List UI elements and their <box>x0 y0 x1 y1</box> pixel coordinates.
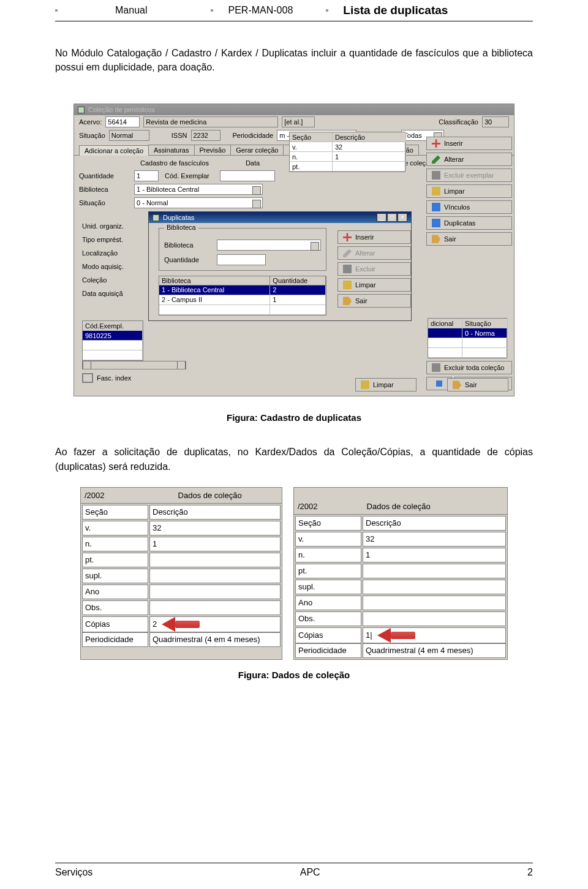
p2-secao: Periodicidade <box>295 643 361 658</box>
dtd-biblioteca[interactable]: 2 - Campus II <box>159 295 270 305</box>
edit-icon <box>343 249 352 257</box>
screenshot-dados-colecao: /2002 Dados de coleção SeçãoDescrição v.… <box>55 487 533 660</box>
p1-secao: Obs. <box>82 600 148 615</box>
maximize-button[interactable]: □ <box>387 213 397 222</box>
dtd-quantidade[interactable]: 1 <box>270 295 326 305</box>
dlg-inserir-button[interactable]: Inserir <box>337 230 411 244</box>
situacao-value: Normal <box>109 130 149 141</box>
dlg-excluir-button[interactable]: Excluir <box>337 262 411 276</box>
table-row: n.1 <box>81 536 281 552</box>
cod-exemplar-input[interactable] <box>220 170 275 181</box>
footer-limpar-button[interactable]: Limpar <box>355 378 417 392</box>
th-situacao: Situação <box>462 319 508 328</box>
table-row: supl. <box>81 568 281 584</box>
minimize-button[interactable]: _ <box>377 213 386 222</box>
panel-before: /2002 Dados de coleção SeçãoDescrição v.… <box>80 487 282 660</box>
plus-icon <box>343 233 352 241</box>
dlg-biblioteca-label: Biblioteca <box>164 241 213 249</box>
table-row: v.32 <box>295 531 507 547</box>
table-row: Obs. <box>81 600 281 616</box>
p2-desc: 1 <box>363 548 506 562</box>
dlg-limpar-button[interactable]: Limpar <box>337 278 411 292</box>
td-descricao: 1 <box>333 152 406 162</box>
p2-desc <box>363 611 506 626</box>
etal-display: [et al.] <box>282 116 315 127</box>
table-row: PeriodicidadeQuadrimestral (4 em 4 meses… <box>295 643 507 659</box>
p1-h-descricao: Descrição <box>149 505 281 520</box>
classificacao-value: 30 <box>482 116 509 127</box>
plus-icon <box>432 139 440 148</box>
situacao2-select[interactable]: 0 - Normal <box>134 197 263 208</box>
bullet-icon <box>326 9 328 12</box>
biblioteca-select[interactable]: 1 - Biblioteca Central <box>134 184 263 195</box>
td-empty <box>462 348 508 358</box>
table-row: pt. <box>81 552 281 568</box>
exit-icon <box>343 297 352 305</box>
p1-desc <box>149 569 281 583</box>
exit-icon <box>453 380 461 389</box>
app-icon <box>78 107 85 113</box>
tab-assinaturas[interactable]: Assinaturas <box>148 145 194 155</box>
tab-adicionar-colecao[interactable]: Adicionar a coleção <box>79 145 149 156</box>
issn-label: ISSN <box>172 132 187 139</box>
acervo-input[interactable]: 56414 <box>105 116 140 127</box>
panel2-year: /2002 <box>298 502 318 511</box>
limpar-button[interactable]: Limpar <box>426 184 512 198</box>
p1-secao: pt. <box>82 553 148 567</box>
excluir-exemplar-button[interactable]: Excluir exemplar <box>426 168 512 182</box>
th-secao: Seção <box>290 132 333 142</box>
inserir-button[interactable]: Inserir <box>426 137 512 150</box>
bullet-icon <box>211 9 213 12</box>
p1-h-secao: Seção <box>82 505 148 520</box>
p2-desc <box>363 580 506 594</box>
p2-secao: Obs. <box>295 611 361 626</box>
dth-quantidade: Quantidade <box>270 276 326 286</box>
tab-previsao[interactable]: Previsão <box>194 145 232 155</box>
checkbox-icon <box>82 373 93 383</box>
dlg-sair-button[interactable]: Sair <box>337 294 411 308</box>
td-situacao: 0 - Norma <box>462 328 508 338</box>
dtd-empty <box>159 305 270 315</box>
groupbox-title: Biblioteca <box>164 224 198 231</box>
fasc-index-checkbox[interactable]: Fasc. index <box>82 373 131 383</box>
quantidade-input[interactable]: 1 <box>134 170 159 181</box>
duplicate-icon <box>432 219 440 227</box>
dialog-icon <box>153 214 159 221</box>
td-cod-exemplar[interactable]: 9810225 <box>83 331 143 341</box>
duplicatas-dialog: Duplicatas _ □ × Biblioteca Biblioteca Q… <box>148 211 412 321</box>
dlg-biblioteca-select[interactable] <box>217 240 321 251</box>
panel1-year: /2002 <box>85 491 105 500</box>
p1-secao: n. <box>82 537 148 551</box>
vinculos-button[interactable]: Vínculos <box>426 200 512 214</box>
p1-desc <box>149 553 281 567</box>
p2-desc: 1| <box>363 627 506 643</box>
tab-gerar-colecao[interactable]: Gerar coleção <box>230 145 284 155</box>
alterar-button[interactable]: Alterar <box>426 153 512 166</box>
p2-desc: 32 <box>363 532 506 547</box>
classificacao-label: Classificação <box>439 118 478 126</box>
td-dicional <box>428 328 462 338</box>
duplicatas-button[interactable]: Duplicatas <box>426 216 512 230</box>
excluir-toda-button[interactable]: Excluir toda coleção <box>426 361 512 374</box>
header-code: PER-MAN-008 <box>228 5 293 16</box>
td-secao: n. <box>290 152 333 162</box>
dlg-table: BibliotecaQuantidade 1 - Biblioteca Cent… <box>159 276 326 316</box>
delete-icon <box>432 363 440 372</box>
dtd-biblioteca[interactable]: 1 - Biblioteca Central <box>159 286 270 295</box>
table-row: n.1 <box>295 547 507 563</box>
sair-button[interactable]: Sair <box>426 232 512 246</box>
dlg-quantidade-input[interactable] <box>217 254 266 265</box>
table-row: Ano <box>295 595 507 611</box>
p1-secao: v. <box>82 521 148 535</box>
scrollbar[interactable] <box>82 361 186 369</box>
p1-desc <box>149 600 281 615</box>
close-button[interactable]: × <box>398 213 407 222</box>
table-row-copias: Cópias1| <box>295 627 507 643</box>
dlg-alterar-button[interactable]: Alterar <box>337 246 411 260</box>
p1-desc: 1 <box>149 537 281 551</box>
dtd-quantidade[interactable]: 2 <box>270 286 326 295</box>
p2-secao: pt. <box>295 564 361 578</box>
p1-secao: Periodicidade <box>82 632 148 647</box>
footer-sair-button[interactable]: Sair <box>447 378 508 392</box>
td-secao: pt. <box>290 162 333 172</box>
